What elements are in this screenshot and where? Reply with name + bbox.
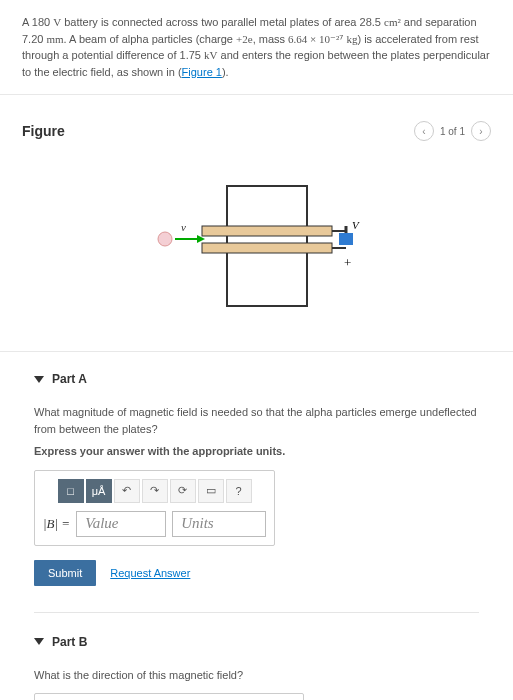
help-button[interactable]: ? — [226, 479, 252, 503]
figure-drawing: V + v — [22, 181, 491, 311]
keyboard-button[interactable]: ▭ — [198, 479, 224, 503]
undo-button[interactable]: ↶ — [114, 479, 140, 503]
request-answer-a[interactable]: Request Answer — [110, 567, 190, 579]
figure-pager: ‹ 1 of 1 › — [414, 121, 491, 141]
figure-title: Figure — [22, 123, 65, 139]
collapse-icon[interactable] — [34, 638, 44, 645]
svg-rect-2 — [202, 243, 332, 253]
text: A 180 — [22, 16, 53, 28]
figure-link[interactable]: Figure 1 — [182, 66, 222, 78]
answer-box-a: □ μÅ ↶ ↷ ⟳ ▭ ? |B| = Value Units — [34, 470, 275, 546]
collapse-icon[interactable] — [34, 376, 44, 383]
pager-prev-button[interactable]: ‹ — [414, 121, 434, 141]
unit-mm: mm — [46, 33, 63, 45]
pager-next-button[interactable]: › — [471, 121, 491, 141]
part-a-prompt: What magnitude of magnetic field is need… — [34, 404, 479, 437]
label-v: v — [181, 221, 186, 233]
svg-rect-1 — [202, 226, 332, 236]
part-b-title: Part B — [52, 635, 87, 649]
value-input[interactable]: Value — [76, 511, 166, 537]
text: , mass — [253, 33, 288, 45]
problem-statement: A 180 V battery is connected across two … — [0, 0, 513, 95]
redo-button[interactable]: ↷ — [142, 479, 168, 503]
unit-kv: kV — [204, 49, 217, 61]
part-b-prompt: What is the direction of this magnetic f… — [34, 667, 479, 684]
text: . A beam of alpha particles (charge — [64, 33, 236, 45]
unit-kg: kg — [346, 33, 357, 45]
units-button[interactable]: μÅ — [86, 479, 112, 503]
text: ). — [222, 66, 229, 78]
expr-button[interactable]: □ — [58, 479, 84, 503]
label-plus: + — [344, 255, 351, 270]
svg-rect-6 — [339, 233, 353, 245]
radio-group-b: The magnetic field is directed downward.… — [34, 693, 304, 700]
part-a-hint: Express your answer with the appropriate… — [34, 443, 479, 460]
submit-button-a[interactable]: Submit — [34, 560, 96, 586]
unit-v: V — [53, 16, 61, 28]
divider — [34, 612, 479, 613]
svg-point-7 — [158, 232, 172, 246]
figure-section: Figure ‹ 1 of 1 › V + v — [0, 95, 513, 352]
mass: 6.64 × 10⁻²⁷ — [288, 33, 343, 45]
pager-label: 1 of 1 — [440, 126, 465, 137]
reset-button[interactable]: ⟳ — [170, 479, 196, 503]
unit-cm2: cm² — [384, 16, 401, 28]
text: battery is connected across two parallel… — [61, 16, 384, 28]
lhs-label: |B| = — [43, 516, 70, 532]
charge: +2e — [236, 33, 253, 45]
part-a: Part A What magnitude of magnetic field … — [34, 372, 479, 586]
label-V: V — [352, 219, 360, 231]
part-a-title: Part A — [52, 372, 87, 386]
units-input[interactable]: Units — [172, 511, 266, 537]
part-b: Part B What is the direction of this mag… — [34, 635, 479, 701]
